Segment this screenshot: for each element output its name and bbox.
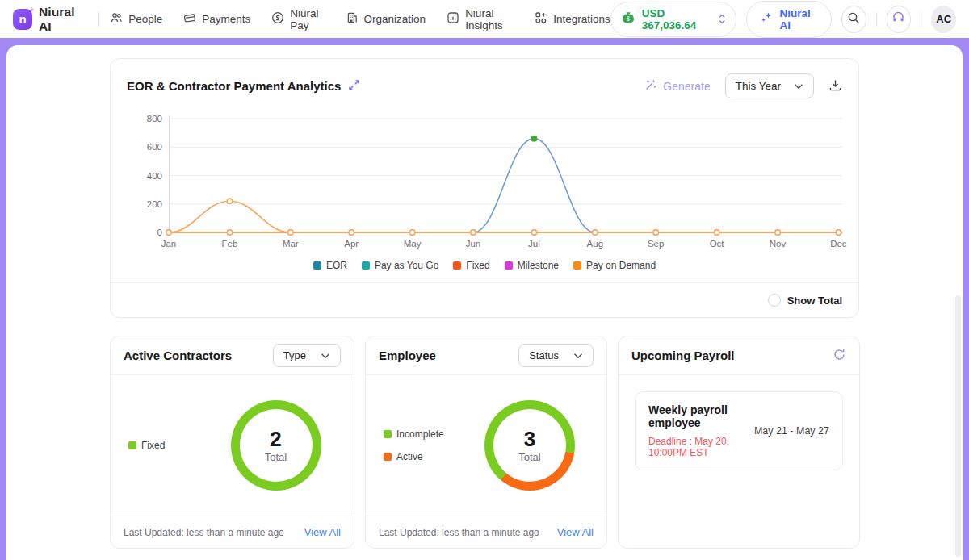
type-filter-dropdown[interactable]: Type [273, 344, 341, 367]
nav-label: Niural Pay [290, 7, 324, 31]
status-filter-dropdown[interactable]: Status [518, 344, 594, 367]
last-updated-text: Last Updated: less than a minute ago [124, 527, 284, 538]
account-balance: USD 367,036.64 [642, 7, 711, 31]
card-title: Upcoming Payroll [631, 349, 735, 362]
niural-logo-icon: n✦ [13, 9, 32, 30]
total-value: 3 [524, 428, 535, 451]
header-right-cluster: USD 367,036.64 Niural AI AC [610, 1, 956, 38]
total-label: Total [265, 451, 287, 463]
nav-label: People [128, 13, 162, 25]
legend-item-active: Active [384, 451, 461, 462]
employee-donut-chart[interactable]: 3 Total [484, 400, 575, 491]
top-navigation-bar: n✦ Niural AI People Payments Niural Pay … [0, 0, 969, 38]
analytics-title: EOR & Contractor Payment Analytics [127, 79, 341, 93]
legend-label: Incomplete [396, 428, 444, 440]
legend-swatch [453, 261, 461, 270]
nav-label: Niural Insights [465, 7, 514, 31]
organization-icon [346, 11, 359, 27]
upcoming-payroll-card: Upcoming Payroll Weekly payroll employee… [618, 336, 860, 549]
payroll-name: Weekly payroll employee [648, 403, 746, 429]
refresh-icon [833, 348, 846, 364]
headphones-icon [891, 10, 905, 27]
payroll-item[interactable]: Weekly payroll employee Deadline : May 2… [635, 391, 843, 470]
legend-item-fixed[interactable]: Fixed [453, 260, 489, 271]
money-bag-icon [621, 10, 636, 28]
expand-icon [349, 80, 359, 93]
svg-text:Aug: Aug [587, 239, 603, 249]
balance-selector[interactable]: USD 367,036.64 [610, 2, 736, 37]
download-button[interactable] [828, 78, 842, 94]
svg-text:May: May [404, 239, 422, 249]
legend-item-milestone[interactable]: Milestone [505, 260, 559, 271]
svg-text:0: 0 [157, 228, 162, 237]
nav-item-organization[interactable]: Organization [346, 11, 426, 27]
legend-item-fixed: Fixed [128, 440, 206, 451]
view-all-link[interactable]: View All [557, 526, 594, 538]
svg-text:Feb: Feb [221, 239, 237, 249]
nav-label: Payments [202, 13, 250, 25]
scrollbar-thumb[interactable] [955, 295, 961, 557]
last-updated-text: Last Updated: less than a minute ago [379, 527, 539, 538]
view-all-link[interactable]: View All [304, 526, 341, 538]
legend-swatch [384, 453, 392, 461]
legend-swatch [573, 261, 581, 270]
generate-button[interactable]: Generate [644, 78, 710, 94]
legend-label: Active [396, 451, 423, 462]
svg-text:Oct: Oct [710, 239, 725, 249]
svg-text:Jun: Jun [466, 239, 481, 249]
generate-label: Generate [663, 80, 710, 93]
nav-item-niural-pay[interactable]: Niural Pay [271, 7, 324, 31]
legend-swatch [362, 261, 370, 270]
svg-text:Mar: Mar [283, 239, 299, 249]
svg-text:Apr: Apr [344, 239, 359, 249]
download-icon [828, 78, 842, 94]
legend-item-incomplete: Incomplete [384, 428, 461, 440]
chevron-down-icon [321, 349, 330, 361]
search-button[interactable] [841, 6, 866, 33]
svg-text:Nov: Nov [770, 239, 787, 249]
payroll-date-range: May 21 - May 27 [754, 425, 829, 437]
payment-analytics-card: EOR & Contractor Payment Analytics Gener… [110, 58, 859, 318]
integrations-icon [535, 11, 547, 27]
main-nav: People Payments Niural Pay Organization … [110, 7, 610, 31]
contractors-donut-chart[interactable]: 2 Total [231, 400, 321, 491]
support-button[interactable] [887, 6, 912, 33]
sparkles-icon [760, 10, 774, 27]
active-contractors-card: Active Contractors Type Fixed 2 Total [110, 336, 354, 549]
svg-text:Jan: Jan [162, 239, 177, 249]
divider [876, 12, 877, 27]
nav-item-payments[interactable]: Payments [183, 11, 250, 27]
legend-label: Milestone [518, 260, 559, 271]
legend-label: EOR [326, 260, 347, 271]
donut-legend: Fixed [128, 440, 206, 451]
main-content-panel: EOR & Contractor Payment Analytics Gener… [6, 45, 963, 560]
payroll-deadline: Deadline : May 20, 10:00PM EST [648, 436, 746, 458]
people-icon [110, 11, 123, 27]
payment-analytics-chart[interactable]: 0200400600800JanFebMarAprMayJunJulAugSep… [111, 111, 860, 255]
nav-item-integrations[interactable]: Integrations [535, 11, 610, 27]
svg-text:Sep: Sep [648, 239, 664, 249]
legend-swatch [505, 261, 513, 270]
expand-chart-button[interactable] [349, 80, 359, 93]
total-value: 2 [270, 428, 281, 451]
niural-ai-button[interactable]: Niural AI [746, 1, 832, 38]
card-title: Active Contractors [124, 349, 232, 362]
show-total-checkbox[interactable] [768, 294, 781, 307]
chevron-down-icon [794, 80, 803, 92]
filter-value: Type [283, 349, 306, 361]
show-total-row: Show Total [111, 282, 858, 317]
brand[interactable]: n✦ Niural AI [13, 5, 86, 34]
legend-item-pay-on-demand[interactable]: Pay on Demand [573, 260, 656, 271]
nav-item-niural-insights[interactable]: Niural Insights [447, 7, 514, 31]
card-title: Employee [379, 349, 436, 362]
legend-item-eor[interactable]: EOR [313, 260, 347, 271]
refresh-button[interactable] [833, 348, 846, 364]
nav-item-people[interactable]: People [110, 11, 162, 27]
payments-icon [183, 11, 196, 27]
svg-text:Jul: Jul [528, 239, 540, 249]
user-avatar[interactable]: AC [931, 6, 956, 33]
period-dropdown[interactable]: This Year [725, 73, 814, 98]
niural-ai-button-label: Niural AI [780, 7, 818, 31]
summary-cards-row: Active Contractors Type Fixed 2 Total [110, 336, 859, 549]
legend-item-pay-as-you-go[interactable]: Pay as You Go [362, 260, 438, 271]
